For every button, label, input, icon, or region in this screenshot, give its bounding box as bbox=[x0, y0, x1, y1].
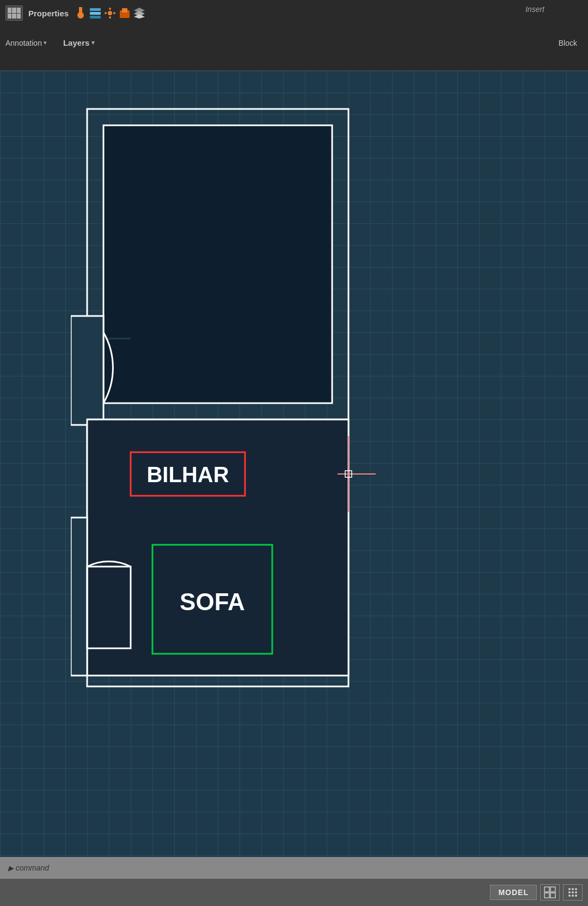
prop-icon-3[interactable] bbox=[103, 7, 117, 19]
toolbar: Insert Properties bbox=[0, 0, 588, 71]
svg-rect-20 bbox=[87, 419, 348, 676]
prop-icon-2[interactable] bbox=[89, 7, 102, 19]
svg-rect-3 bbox=[90, 12, 101, 15]
bottom-bar: MODEL bbox=[0, 879, 588, 906]
grid-icon[interactable] bbox=[5, 5, 23, 21]
layout-grid-button[interactable] bbox=[540, 884, 560, 901]
svg-point-39 bbox=[575, 891, 577, 893]
properties-label[interactable]: Properties bbox=[28, 9, 69, 18]
prop-icon-4[interactable] bbox=[118, 7, 131, 19]
svg-point-40 bbox=[568, 895, 571, 897]
svg-point-7 bbox=[109, 16, 111, 19]
svg-point-34 bbox=[568, 888, 571, 890]
properties-icons bbox=[74, 7, 146, 19]
svg-rect-4 bbox=[90, 16, 101, 19]
svg-rect-32 bbox=[544, 893, 549, 898]
svg-rect-31 bbox=[550, 887, 555, 892]
layers-dropdown-arrow[interactable]: ▾ bbox=[91, 39, 95, 46]
layout-dots-button[interactable] bbox=[563, 884, 583, 901]
svg-point-5 bbox=[108, 11, 112, 15]
block-label: Block bbox=[559, 38, 577, 48]
layers-label[interactable]: Layers ▾ bbox=[63, 38, 95, 47]
svg-point-41 bbox=[572, 895, 574, 897]
model-button[interactable]: MODEL bbox=[490, 885, 537, 900]
prop-icon-5[interactable] bbox=[133, 7, 146, 19]
svg-text:SOFA: SOFA bbox=[180, 588, 245, 615]
status-bar: ▶ command bbox=[0, 857, 588, 879]
svg-rect-18 bbox=[71, 316, 103, 425]
svg-text:BILHAR: BILHAR bbox=[146, 463, 229, 487]
svg-point-9 bbox=[113, 12, 115, 14]
command-text: ▶ command bbox=[8, 864, 49, 872]
svg-rect-30 bbox=[544, 887, 549, 892]
annotation-label[interactable]: Annotation ▾ bbox=[5, 39, 47, 47]
svg-point-37 bbox=[568, 891, 571, 893]
prop-icon-1[interactable] bbox=[74, 7, 87, 19]
svg-marker-1 bbox=[79, 7, 82, 14]
svg-rect-11 bbox=[122, 8, 127, 13]
floor-plan-svg: BILHAR SOFA bbox=[71, 104, 376, 703]
svg-point-36 bbox=[575, 888, 577, 890]
svg-point-42 bbox=[575, 895, 577, 897]
insert-label: Insert bbox=[525, 4, 544, 14]
cad-canvas[interactable]: BILHAR SOFA bbox=[0, 71, 588, 857]
svg-point-6 bbox=[109, 8, 111, 10]
svg-rect-21 bbox=[71, 518, 87, 676]
svg-rect-33 bbox=[550, 893, 555, 898]
svg-point-38 bbox=[572, 891, 574, 893]
svg-rect-16 bbox=[103, 125, 332, 403]
svg-rect-2 bbox=[90, 8, 101, 11]
annotation-dropdown-arrow[interactable]: ▾ bbox=[44, 39, 47, 46]
svg-marker-14 bbox=[134, 14, 145, 19]
svg-point-35 bbox=[572, 888, 574, 890]
svg-point-8 bbox=[105, 12, 107, 14]
